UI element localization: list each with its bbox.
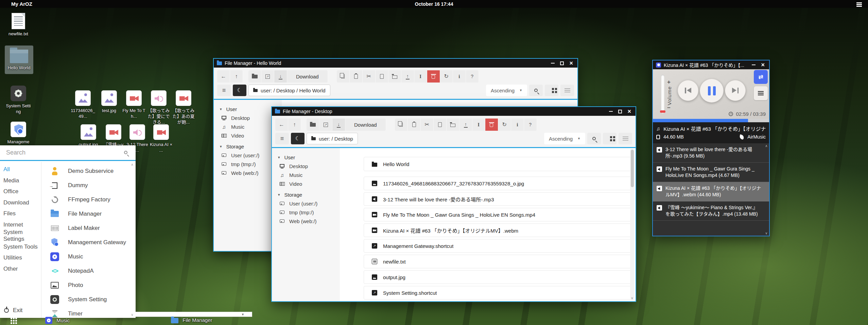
sidebar-item-music[interactable]: ♫Music bbox=[272, 170, 340, 179]
file-row[interactable]: newfile.txt bbox=[364, 255, 632, 268]
title-bar[interactable]: Kizuna AI × 花譜 #63 「かりそめ」【... × bbox=[653, 60, 769, 69]
search-button[interactable] bbox=[587, 133, 601, 144]
back-button[interactable]: ← bbox=[275, 119, 288, 131]
sidebar-item-tmp-drive[interactable]: tmp (tmp:/) bbox=[272, 208, 340, 217]
minimize-icon[interactable] bbox=[609, 111, 613, 112]
file-row[interactable]: Kizuna AI × 花譜 #63 「かりそめ」【オリジナルMV】.webm bbox=[364, 223, 632, 237]
new-file-button[interactable] bbox=[376, 70, 388, 83]
desktop-icon-newfile[interactable]: newfile.txt bbox=[5, 13, 31, 37]
app-item-file-manager[interactable]: File Manager bbox=[41, 207, 136, 221]
desktop-icon-system-setting[interactable]: System Setting bbox=[5, 86, 31, 114]
category-other[interactable]: Other bbox=[0, 264, 41, 275]
search-input[interactable] bbox=[0, 145, 136, 160]
back-button[interactable]: ← bbox=[217, 70, 230, 83]
playlist-item[interactable]: Fly Me To The Moon _ Gawr Gura Sings _ H… bbox=[653, 163, 769, 182]
cut-button[interactable]: ✂ bbox=[421, 119, 434, 131]
desktop-icon-file[interactable]: 【歌ってみた】愛にできる... bbox=[146, 90, 172, 125]
app-item-ffmpeg-factory[interactable]: FFmpeg Factory bbox=[41, 193, 136, 207]
scrollbar-thumb[interactable] bbox=[631, 150, 634, 187]
new-file-button[interactable] bbox=[434, 119, 447, 131]
copy-button[interactable] bbox=[337, 70, 350, 83]
playlist-item[interactable]: Kizuna AI × 花譜 #63 「かりそめ」【オリジナルMV】.webm … bbox=[653, 182, 769, 201]
download-icon-button[interactable]: ↓ bbox=[274, 70, 287, 83]
refresh-button[interactable]: ↻ bbox=[440, 70, 453, 83]
upload-button[interactable]: ↑ bbox=[459, 119, 472, 131]
open-button[interactable] bbox=[307, 119, 319, 131]
download-icon-button[interactable]: ↓ bbox=[332, 119, 345, 131]
sort-dropdown[interactable]: Ascending ▼ bbox=[544, 133, 585, 144]
app-item-notepada[interactable]: <>NotepadA bbox=[41, 264, 136, 278]
delete-button[interactable] bbox=[485, 119, 498, 131]
grid-view-button[interactable] bbox=[545, 85, 558, 96]
app-item-system-setting[interactable]: System Setting bbox=[41, 292, 136, 307]
maximize-icon[interactable] bbox=[618, 110, 622, 113]
title-bar[interactable]: File Manager - Hello World × bbox=[214, 59, 577, 68]
volume-slider[interactable] bbox=[661, 75, 664, 113]
category-system-settings[interactable]: System Settings bbox=[0, 230, 41, 241]
up-button[interactable]: ↑ bbox=[288, 119, 301, 131]
app-launcher-grid-icon[interactable] bbox=[10, 317, 17, 324]
open-in-new-button[interactable]: ↗ bbox=[319, 119, 332, 131]
download-button[interactable]: Download bbox=[345, 119, 386, 131]
scrollbar[interactable]: ∨ bbox=[630, 149, 634, 301]
scroll-up-icon[interactable]: ∧ bbox=[130, 163, 134, 166]
hamburger-menu-icon[interactable] bbox=[856, 2, 862, 3]
file-row[interactable]: 117346026_4968186883206677_3276783077635… bbox=[364, 177, 632, 190]
minimize-icon[interactable] bbox=[551, 63, 555, 64]
menu-button[interactable]: ≡ bbox=[275, 133, 289, 144]
sidebar-section-user[interactable]: ▾User bbox=[272, 153, 340, 162]
app-item-management-gateway[interactable]: Management Gateway bbox=[41, 235, 136, 250]
sidebar-item-desktop[interactable]: Desktop bbox=[272, 162, 340, 170]
desktop-icon-hello-world[interactable]: Hello World bbox=[5, 46, 33, 74]
theme-toggle-button[interactable]: ☾ bbox=[291, 133, 305, 144]
scroll-up-icon[interactable]: ∧ bbox=[764, 144, 768, 148]
maximize-icon[interactable] bbox=[560, 61, 564, 65]
exit-button[interactable]: Exit bbox=[4, 307, 22, 314]
open-button[interactable] bbox=[248, 70, 261, 83]
category-office[interactable]: Office bbox=[0, 186, 41, 197]
theme-toggle-button[interactable]: ☾ bbox=[233, 85, 246, 96]
category-download[interactable]: Download bbox=[0, 197, 41, 209]
sidebar-item-web-drive[interactable]: Web (web:/) bbox=[272, 217, 340, 225]
close-icon[interactable]: × bbox=[569, 60, 573, 66]
pause-button[interactable] bbox=[700, 79, 724, 103]
next-button[interactable] bbox=[725, 80, 746, 101]
list-view-button[interactable] bbox=[619, 133, 632, 144]
app-item-demo-subservice[interactable]: Demo Subservice bbox=[41, 164, 136, 178]
new-folder-button[interactable] bbox=[447, 119, 459, 131]
file-row[interactable]: ↗Management Gateway.shortcut bbox=[364, 239, 632, 253]
file-row[interactable]: ↗System Setting.shortcut bbox=[364, 286, 632, 300]
search-button[interactable] bbox=[529, 85, 543, 96]
repeat-button[interactable]: ⇄ bbox=[754, 70, 768, 84]
sidebar-section-storage[interactable]: ▾Storage bbox=[272, 190, 340, 199]
copy-button[interactable] bbox=[395, 119, 408, 131]
help-button[interactable]: ? bbox=[524, 119, 537, 131]
app-item-music[interactable]: Music bbox=[41, 250, 136, 264]
desktop-icon-file[interactable]: output.jpg bbox=[75, 124, 101, 147]
info-button[interactable]: i bbox=[453, 70, 466, 83]
open-in-new-button[interactable]: ↗ bbox=[261, 70, 274, 83]
file-row[interactable]: output.jpg bbox=[364, 270, 632, 284]
category-system-tools[interactable]: System Tools bbox=[0, 241, 41, 253]
desktop-icon-file[interactable]: Fly Me To Th... bbox=[121, 90, 147, 119]
taskbar-item-file-manager[interactable]: File Manager bbox=[171, 317, 212, 323]
file-row[interactable]: Fly Me To The Moon _ Gawr Gura Sings _ H… bbox=[364, 208, 632, 221]
desktop-icon-file[interactable]: 【歌ってみた】あの夏が飽... bbox=[171, 90, 196, 125]
sidebar-item-video[interactable]: Video bbox=[272, 179, 340, 188]
breadcrumb[interactable]: user: / Desktop / Hello World bbox=[248, 85, 330, 96]
paste-button[interactable] bbox=[408, 119, 421, 131]
progress-bar[interactable] bbox=[653, 119, 769, 122]
title-bar[interactable]: File Manager - Desktop × bbox=[272, 107, 636, 116]
sidebar-item-user-drive[interactable]: User (user:/) bbox=[272, 199, 340, 208]
paste-button[interactable] bbox=[350, 70, 363, 83]
sort-dropdown[interactable]: Ascending ▼ bbox=[486, 85, 527, 96]
previous-button[interactable] bbox=[678, 80, 698, 101]
playlist-item[interactable]: 『雪峰 ～yukimine～ Piano & Strings Ver.』を歌って… bbox=[653, 201, 769, 221]
taskbar-item-music[interactable]: Music bbox=[45, 317, 70, 324]
up-button[interactable]: ↑ bbox=[230, 70, 243, 83]
refresh-button[interactable]: ↻ bbox=[498, 119, 511, 131]
download-button[interactable]: Download bbox=[287, 70, 328, 83]
app-item-dummy[interactable]: Dummy bbox=[41, 178, 136, 193]
desktop-icon-file[interactable]: test.jpg bbox=[96, 90, 122, 113]
new-folder-button[interactable] bbox=[388, 70, 401, 83]
